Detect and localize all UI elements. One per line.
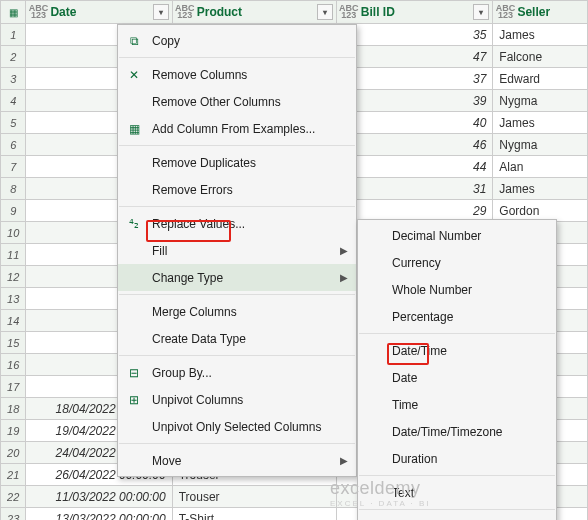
filter-dropdown-icon[interactable]: ▾ (153, 4, 169, 20)
type-decimal-number[interactable]: Decimal Number (358, 222, 556, 249)
type-date[interactable]: Date (358, 364, 556, 391)
cell-date[interactable]: 11/03/2022 00:00:00 (26, 486, 172, 508)
group-by-icon: ⊟ (126, 365, 142, 381)
menu-copy[interactable]: ⧉Copy (118, 27, 356, 54)
row-number[interactable]: 19 (0, 420, 26, 442)
cell-date[interactable]: 13/03/2022 00:00:00 (26, 508, 172, 520)
menu-add-column-from-examples[interactable]: ▦Add Column From Examples... (118, 115, 356, 142)
menu-remove-other-columns[interactable]: Remove Other Columns (118, 88, 356, 115)
row-number[interactable]: 15 (0, 332, 26, 354)
menu-separator (119, 57, 355, 58)
menu-unpivot-columns[interactable]: ⊞Unpivot Columns (118, 386, 356, 413)
row-number[interactable]: 16 (0, 354, 26, 376)
menu-fill[interactable]: Fill▶ (118, 237, 356, 264)
cell-seller[interactable]: James (493, 178, 588, 200)
cell-seller[interactable]: Alan (493, 156, 588, 178)
cell-seller[interactable]: Falcone (493, 46, 588, 68)
menu-change-type[interactable]: Change Type▶ (118, 264, 356, 291)
row-number[interactable]: 7 (0, 156, 26, 178)
row-number[interactable]: 23 (0, 508, 26, 520)
cell-seller[interactable]: James (493, 24, 588, 46)
row-number[interactable]: 6 (0, 134, 26, 156)
row-number[interactable]: 21 (0, 464, 26, 486)
row-number[interactable]: 2 (0, 46, 26, 68)
row-number[interactable]: 8 (0, 178, 26, 200)
type-currency[interactable]: Currency (358, 249, 556, 276)
row-number[interactable]: 13 (0, 288, 26, 310)
menu-separator (119, 206, 355, 207)
menu-unpivot-only-selected[interactable]: Unpivot Only Selected Columns (118, 413, 356, 440)
submenu-arrow-icon: ▶ (340, 272, 348, 283)
copy-icon: ⧉ (126, 33, 142, 49)
menu-separator (119, 145, 355, 146)
select-all-corner[interactable]: ▦ (0, 0, 26, 24)
row-number[interactable]: 17 (0, 376, 26, 398)
column-header-product[interactable]: ABC123 Product ▾ (173, 0, 337, 24)
type-percentage[interactable]: Percentage (358, 303, 556, 330)
type-true-false[interactable]: True/False (358, 513, 556, 520)
row-number[interactable]: 3 (0, 68, 26, 90)
column-header-billid[interactable]: ABC123 Bill ID ▾ (337, 0, 494, 24)
menu-label: Add Column From Examples... (152, 122, 315, 136)
header-row: ▦ ABC123 Date ▾ ABC123 Product ▾ ABC123 … (0, 0, 588, 24)
cell-billid[interactable]: 35 (337, 24, 494, 46)
menu-create-data-type[interactable]: Create Data Type (118, 325, 356, 352)
filter-dropdown-icon[interactable]: ▾ (473, 4, 489, 20)
row-number[interactable]: 1 (0, 24, 26, 46)
cell-seller[interactable]: James (493, 112, 588, 134)
type-text[interactable]: Text (358, 479, 556, 506)
menu-remove-columns[interactable]: ✕Remove Columns (118, 61, 356, 88)
type-datetime[interactable]: Date/Time (358, 337, 556, 364)
cell-billid[interactable]: 40 (337, 112, 494, 134)
menu-move[interactable]: Move▶ (118, 447, 356, 474)
menu-separator (359, 509, 555, 510)
column-header-seller[interactable]: ABC123 Seller (493, 0, 588, 24)
cell-product[interactable]: Trouser (173, 486, 337, 508)
menu-label: Replace Values... (152, 217, 245, 231)
menu-remove-errors[interactable]: Remove Errors (118, 176, 356, 203)
menu-label: Unpivot Only Selected Columns (152, 420, 321, 434)
menu-separator (119, 443, 355, 444)
menu-label: Date/Time/Timezone (392, 425, 502, 439)
cell-billid[interactable]: 37 (337, 68, 494, 90)
type-datetime-timezone[interactable]: Date/Time/Timezone (358, 418, 556, 445)
row-number[interactable]: 20 (0, 442, 26, 464)
cell-product[interactable]: T-Shirt (173, 508, 337, 520)
row-number[interactable]: 4 (0, 90, 26, 112)
menu-merge-columns[interactable]: Merge Columns (118, 298, 356, 325)
column-label: Bill ID (361, 5, 395, 19)
type-whole-number[interactable]: Whole Number (358, 276, 556, 303)
menu-remove-duplicates[interactable]: Remove Duplicates (118, 149, 356, 176)
datatype-icon: ABC123 (341, 4, 357, 20)
filter-dropdown-icon[interactable]: ▾ (317, 4, 333, 20)
cell-seller[interactable]: Nygma (493, 90, 588, 112)
menu-label: Change Type (152, 271, 223, 285)
column-header-date[interactable]: ABC123 Date ▾ (26, 0, 172, 24)
row-number[interactable]: 11 (0, 244, 26, 266)
cell-billid[interactable]: 47 (337, 46, 494, 68)
cell-billid[interactable]: 31 (337, 178, 494, 200)
row-number[interactable]: 22 (0, 486, 26, 508)
cell-seller[interactable]: Nygma (493, 134, 588, 156)
column-label: Date (50, 5, 76, 19)
row-number[interactable]: 5 (0, 112, 26, 134)
type-time[interactable]: Time (358, 391, 556, 418)
datatype-icon: ABC123 (30, 4, 46, 20)
row-number[interactable]: 12 (0, 266, 26, 288)
menu-label: Text (392, 486, 414, 500)
cell-billid[interactable]: 46 (337, 134, 494, 156)
cell-billid[interactable]: 39 (337, 90, 494, 112)
menu-separator (359, 475, 555, 476)
type-duration[interactable]: Duration (358, 445, 556, 472)
row-number[interactable]: 9 (0, 200, 26, 222)
row-number[interactable]: 10 (0, 222, 26, 244)
menu-replace-values[interactable]: ⁴₂Replace Values... (118, 210, 356, 237)
menu-label: Fill (152, 244, 167, 258)
row-number[interactable]: 14 (0, 310, 26, 332)
row-number[interactable]: 18 (0, 398, 26, 420)
cell-billid[interactable]: 44 (337, 156, 494, 178)
menu-group-by[interactable]: ⊟Group By... (118, 359, 356, 386)
menu-label: Create Data Type (152, 332, 246, 346)
replace-values-icon: ⁴₂ (126, 216, 142, 232)
cell-seller[interactable]: Edward (493, 68, 588, 90)
